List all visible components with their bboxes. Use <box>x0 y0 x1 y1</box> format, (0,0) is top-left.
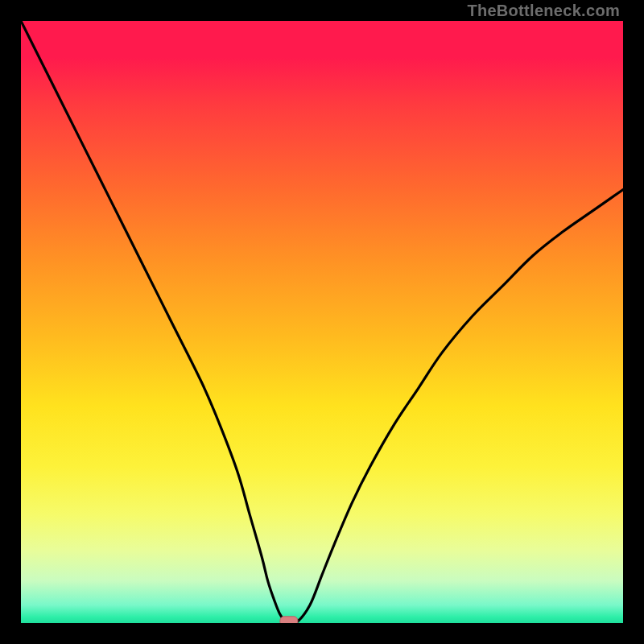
minimum-marker <box>280 617 298 623</box>
chart-frame: TheBottleneck.com <box>0 0 644 644</box>
plot-area <box>21 21 623 623</box>
watermark-text: TheBottleneck.com <box>467 2 620 20</box>
bottleneck-curve <box>21 21 623 622</box>
curve-svg <box>21 21 623 623</box>
